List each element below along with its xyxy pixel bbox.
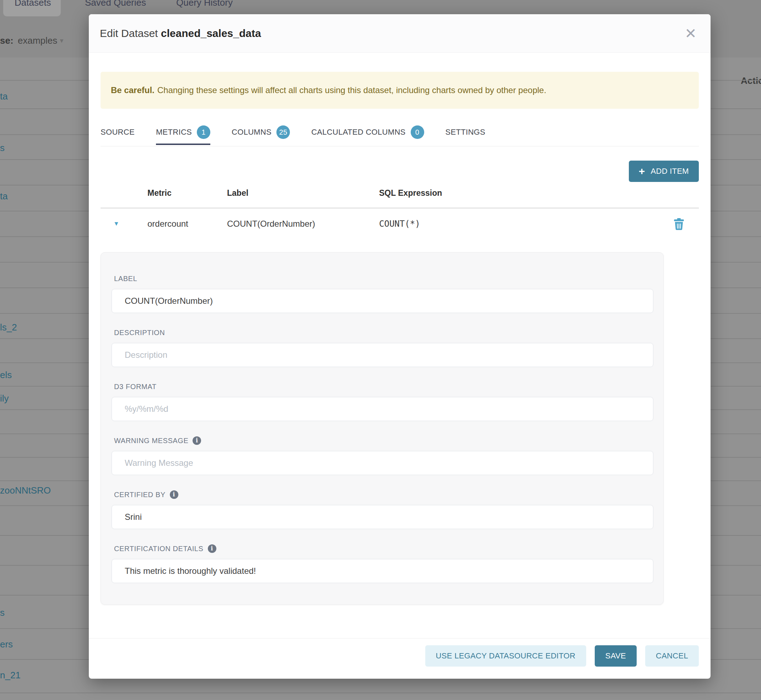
modal-header: Edit Dataset cleaned_sales_data ✕ [89,14,711,53]
columns-count-badge: 25 [277,125,290,139]
dataset-name-link[interactable]: zooNNtSRO [0,485,51,496]
database-filter-label: se: [0,34,14,47]
column-header-sql-expression: SQL Expression [379,188,442,198]
warning-message-input[interactable] [112,451,653,475]
edit-dataset-modal: Edit Dataset cleaned_sales_data ✕ Be car… [89,14,711,679]
dataset-name-link[interactable]: els [0,369,12,381]
description-input[interactable] [112,343,653,367]
modal-tabs: SOURCE METRICS 1 COLUMNS 25 CALCULATED C… [100,121,699,146]
close-icon[interactable]: ✕ [682,25,699,42]
dataset-name-link[interactable]: s [0,607,5,618]
dataset-name-link[interactable]: ers [0,639,13,650]
trash-icon[interactable] [673,218,684,230]
plus-icon: + [639,166,645,177]
dataset-name-link[interactable]: ta [0,91,8,102]
warning-banner: Be careful. Changing these settings will… [100,72,699,109]
tab-settings[interactable]: SETTINGS [445,121,485,145]
tab-metrics[interactable]: METRICS 1 [156,121,210,145]
actions-column-header: Actio [741,75,761,86]
certified-by-field-title: CERTIFIED BY i [114,489,178,500]
nav-tab-saved-queries[interactable]: Saved Queries [85,0,146,11]
database-filter-select[interactable]: examples ▾ [18,34,64,47]
metrics-table-header: Metric Label SQL Expression [100,188,699,204]
label-input[interactable] [112,289,653,313]
modal-title: Edit Dataset cleaned_sales_data [100,27,261,39]
table-row-divider [0,692,761,693]
modal-title-dataset-name: cleaned_sales_data [161,27,261,39]
footer-divider [89,638,711,639]
modal-footer: USE LEGACY DATASOURCE EDITOR SAVE CANCEL [425,645,699,667]
dataset-name-link[interactable]: ta [0,191,8,202]
metric-table-row: ▼ ordercount COUNT(OrderNumber) COUNT(*) [100,212,699,236]
d3-format-field-title: D3 FORMAT [114,381,156,392]
database-filter-value: examples [18,35,57,46]
warning-banner-text: Changing these settings will affect all … [157,85,547,95]
metric-label-cell: COUNT(OrderNumber) [227,212,315,236]
warning-message-field-title: WARNING MESSAGE i [114,435,201,446]
row-expand-caret-icon[interactable]: ▼ [113,212,119,236]
save-button[interactable]: SAVE [595,645,637,667]
dataset-name-link[interactable]: n_21 [0,669,20,681]
tab-source[interactable]: SOURCE [100,121,134,145]
add-item-button[interactable]: + ADD ITEM [629,161,699,182]
column-header-label: Label [227,188,248,198]
use-legacy-datasource-editor-button[interactable]: USE LEGACY DATASOURCE EDITOR [425,645,586,667]
info-icon[interactable]: i [170,491,178,499]
d3-format-input[interactable] [112,397,653,421]
calculated-columns-count-badge: 0 [411,125,424,139]
dataset-name-link[interactable]: ls_2 [0,322,17,333]
description-field-title: DESCRIPTION [114,327,165,338]
metric-detail-panel: LABEL DESCRIPTION D3 FORMAT WARNING MESS… [100,252,664,605]
tab-columns[interactable]: COLUMNS 25 [232,121,290,145]
info-icon[interactable]: i [208,544,216,553]
certification-details-field-title: CERTIFICATION DETAILS i [114,543,216,554]
table-header-divider [100,208,699,209]
dropdown-caret-icon: ▾ [60,37,64,44]
cancel-button[interactable]: CANCEL [645,645,699,667]
dataset-name-link[interactable]: ily [0,393,9,404]
info-icon[interactable]: i [192,436,201,445]
certified-by-input[interactable] [112,505,653,529]
warning-banner-bold: Be careful. [111,85,155,95]
nav-tab-datasets[interactable]: Datasets [14,0,51,11]
metrics-count-badge: 1 [197,125,210,139]
modal-title-prefix: Edit Dataset [100,27,158,39]
metric-name-cell: ordercount [147,212,188,236]
column-header-metric: Metric [147,188,172,198]
metric-sql-cell: COUNT(*) [379,212,420,236]
nav-tab-query-history[interactable]: Query History [176,0,233,11]
tab-calculated-columns[interactable]: CALCULATED COLUMNS 0 [311,121,424,145]
dataset-name-link[interactable]: s [0,142,5,153]
certification-details-input[interactable] [112,559,653,583]
label-field-title: LABEL [114,273,137,284]
